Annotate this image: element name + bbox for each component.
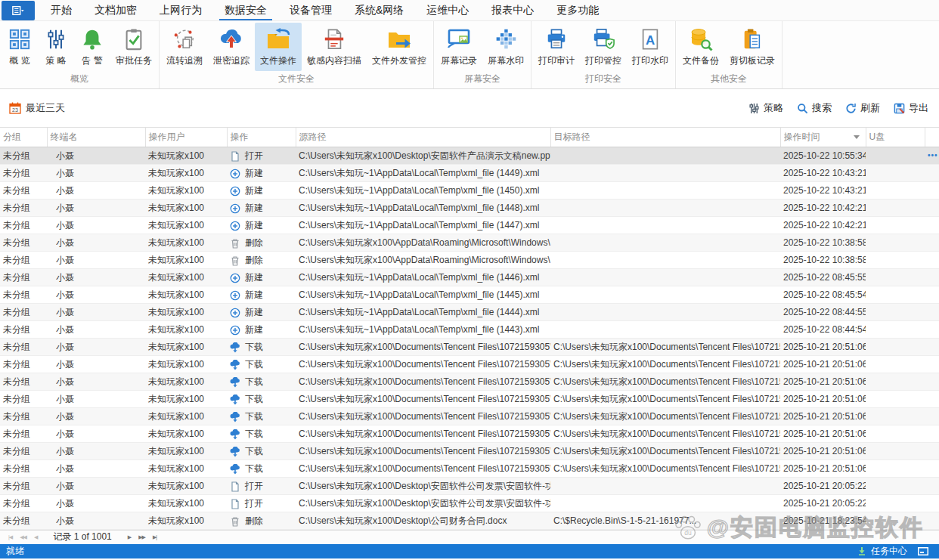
pager-last-button[interactable]: ▶| bbox=[149, 534, 160, 540]
ribbon-button-policy[interactable]: 策 略 bbox=[38, 23, 74, 71]
cell-source-path: C:\Users\未知玩~1\AppData\Local\Temp\xml_fi… bbox=[296, 181, 550, 199]
search-button[interactable]: 搜索 bbox=[797, 101, 832, 115]
pager-prev-button[interactable]: ◀ bbox=[30, 534, 41, 540]
new-file-icon bbox=[230, 185, 240, 196]
cell-user: 未知玩家x100 bbox=[145, 251, 227, 268]
cell-group: 未分组 bbox=[0, 373, 47, 390]
cell-source-path: C:\Users\未知玩家x100\Desktop\公司财务合同.docx bbox=[296, 512, 550, 529]
screen-record-icon bbox=[446, 26, 472, 52]
table-row[interactable]: 未分组 小聂 未知玩家x100 下载 C:\Users\未知玩家x100\Doc… bbox=[0, 459, 939, 477]
column-header-time[interactable]: 操作时间 bbox=[780, 128, 866, 147]
cell-target-path bbox=[550, 199, 780, 216]
menu-tab-web-behavior[interactable]: 上网行为 bbox=[148, 0, 213, 20]
cell-filler: ••• bbox=[925, 181, 939, 199]
ribbon-button-print-control[interactable]: 打印管控 bbox=[580, 23, 627, 71]
menu-tab-ops-center[interactable]: 运维中心 bbox=[415, 0, 480, 20]
table-row[interactable]: 未分组 小聂 未知玩家x100 新建 C:\Users\未知玩~1\AppDat… bbox=[0, 199, 939, 216]
cell-filler: ••• bbox=[925, 268, 939, 286]
screen-watermark-icon bbox=[493, 26, 519, 52]
ribbon-button-file-outgoing-control[interactable]: 文件外发管控 bbox=[367, 23, 432, 71]
table-row[interactable]: 未分组 小聂 未知玩家x100 新建 C:\Users\未知玩~1\AppDat… bbox=[0, 164, 939, 181]
ribbon-button-clipboard-record[interactable]: 剪切板记录 bbox=[724, 23, 780, 71]
cell-filler: ••• bbox=[925, 147, 939, 164]
cell-filler: ••• bbox=[925, 338, 939, 355]
cell-group: 未分组 bbox=[0, 268, 47, 286]
print-watermark-icon: A bbox=[637, 26, 663, 52]
column-header-usb[interactable]: U盘 bbox=[866, 128, 925, 147]
menu-tab-more-functions[interactable]: 更多功能 bbox=[545, 0, 610, 20]
table-row[interactable]: 未分组 小聂 未知玩家x100 打开 C:\Users\未知玩家x100\Des… bbox=[0, 147, 939, 164]
row-actions-menu[interactable]: ••• bbox=[928, 147, 936, 164]
ribbon-button-flow-trace[interactable]: 流转追溯 bbox=[161, 23, 208, 71]
date-range-filter[interactable]: 23 最近三天 bbox=[9, 101, 65, 115]
column-header-source-path[interactable]: 源路径 bbox=[296, 128, 550, 147]
ribbon-button-overview[interactable]: 概 览 bbox=[2, 23, 38, 71]
ribbon-button-sensitive-scan[interactable]: 敏感内容扫描 bbox=[302, 23, 367, 71]
policy-button[interactable]: 策略 bbox=[748, 101, 783, 115]
column-header-terminal[interactable]: 终端名 bbox=[47, 128, 145, 147]
table-row[interactable]: 未分组 小聂 未知玩家x100 新建 C:\Users\未知玩~1\AppDat… bbox=[0, 181, 939, 199]
refresh-button[interactable]: 刷新 bbox=[845, 101, 880, 115]
table-row[interactable]: 未分组 小聂 未知玩家x100 下载 C:\Users\未知玩家x100\Doc… bbox=[0, 390, 939, 407]
ribbon-button-print-watermark[interactable]: A 打印水印 bbox=[627, 23, 674, 71]
menu-tab-start[interactable]: 开始 bbox=[39, 0, 83, 20]
table-row[interactable]: 未分组 小聂 未知玩家x100 打开 C:\Users\未知玩家x100\Des… bbox=[0, 494, 939, 512]
cell-target-path bbox=[550, 320, 780, 338]
table-row[interactable]: 未分组 小聂 未知玩家x100 新建 C:\Users\未知玩~1\AppDat… bbox=[0, 303, 939, 320]
ribbon-button-screen-record[interactable]: 屏幕记录 bbox=[435, 23, 482, 71]
cell-target-path bbox=[550, 181, 780, 199]
table-row[interactable]: 未分组 小聂 未知玩家x100 删除 C:\Users\未知玩家x100\App… bbox=[0, 251, 939, 268]
table-row[interactable]: 未分组 小聂 未知玩家x100 下载 C:\Users\未知玩家x100\Doc… bbox=[0, 442, 939, 459]
ribbon-button-file-backup[interactable]: 文件备份 bbox=[677, 23, 724, 71]
table-row[interactable]: 未分组 小聂 未知玩家x100 新建 C:\Users\未知玩~1\AppDat… bbox=[0, 320, 939, 338]
cell-time: 2025-10-22 10:42:21 bbox=[780, 199, 866, 216]
menu-tab-device-management[interactable]: 设备管理 bbox=[278, 0, 343, 20]
task-center-button[interactable]: 任务中心 bbox=[857, 545, 928, 558]
pager-first-button[interactable]: |◀ bbox=[5, 534, 16, 540]
pager-prev-page-button[interactable]: ◀◀ bbox=[16, 534, 30, 540]
table-row[interactable]: 未分组 小聂 未知玩家x100 新建 C:\Users\未知玩~1\AppDat… bbox=[0, 216, 939, 234]
table-row[interactable]: 未分组 小聂 未知玩家x100 删除 C:\Users\未知玩家x100\App… bbox=[0, 234, 939, 251]
cell-time: 2025-10-21 20:51:06 bbox=[780, 442, 866, 459]
table-row[interactable]: 未分组 小聂 未知玩家x100 新建 C:\Users\未知玩~1\AppDat… bbox=[0, 286, 939, 303]
cell-source-path: C:\Users\未知玩家x100\Documents\Tencent File… bbox=[296, 425, 550, 442]
ribbon-button-print-audit[interactable]: 打印审计 bbox=[533, 23, 580, 71]
menu-tab-data-security[interactable]: 数据安全 bbox=[213, 0, 278, 20]
app-window: 开始 文档加密 上网行为 数据安全 设备管理 系统&网络 运维中心 报表中心 更… bbox=[0, 0, 939, 560]
ribbon-button-approval-tasks[interactable]: 审批任务 bbox=[110, 23, 157, 71]
cell-operation: 删除 bbox=[227, 512, 296, 529]
ribbon-button-alert[interactable]: 告 警 bbox=[74, 23, 110, 71]
file-outgoing-icon bbox=[386, 26, 412, 52]
table-row[interactable]: 未分组 小聂 未知玩家x100 下载 C:\Users\未知玩家x100\Doc… bbox=[0, 355, 939, 373]
app-menu-button[interactable] bbox=[2, 1, 35, 20]
ribbon-button-screen-watermark[interactable]: 屏幕水印 bbox=[482, 23, 529, 71]
table-row[interactable]: 未分组 小聂 未知玩家x100 下载 C:\Users\未知玩家x100\Doc… bbox=[0, 373, 939, 390]
cell-time: 2025-10-22 10:43:21 bbox=[780, 164, 866, 181]
column-header-operation[interactable]: 操作 bbox=[227, 128, 296, 147]
ribbon-group-overview: 概 览 策 略 告 警 审批任务 概览 bbox=[0, 21, 160, 88]
column-header-group[interactable]: 分组 bbox=[0, 128, 47, 147]
menu-tab-system-network[interactable]: 系统&网络 bbox=[343, 0, 415, 20]
task-window-icon[interactable] bbox=[918, 547, 928, 555]
table-row[interactable]: 未分组 小聂 未知玩家x100 下载 C:\Users\未知玩家x100\Doc… bbox=[0, 425, 939, 442]
pager-next-button[interactable]: ▶ bbox=[124, 534, 135, 540]
table-row[interactable]: 未分组 小聂 未知玩家x100 删除 C:\Users\未知玩家x100\Des… bbox=[0, 512, 939, 529]
cell-filler: ••• bbox=[925, 459, 939, 477]
menu-tab-doc-encryption[interactable]: 文档加密 bbox=[83, 0, 148, 20]
cell-user: 未知玩家x100 bbox=[145, 199, 227, 216]
table-row[interactable]: 未分组 小聂 未知玩家x100 下载 C:\Users\未知玩家x100\Doc… bbox=[0, 407, 939, 425]
column-header-user[interactable]: 操作用户 bbox=[145, 128, 227, 147]
ribbon-button-leak-track[interactable]: 泄密追踪 bbox=[208, 23, 255, 71]
table-row[interactable]: 未分组 小聂 未知玩家x100 打开 C:\Users\未知玩家x100\Des… bbox=[0, 477, 939, 494]
table-row[interactable]: 未分组 小聂 未知玩家x100 下载 C:\Users\未知玩家x100\Doc… bbox=[0, 338, 939, 355]
ribbon-button-file-operations[interactable]: 文件操作 bbox=[255, 23, 302, 71]
column-filter-arrow[interactable] bbox=[854, 135, 860, 142]
menu-tab-report-center[interactable]: 报表中心 bbox=[480, 0, 545, 20]
cell-operation: 打开 bbox=[227, 147, 296, 164]
table-row[interactable]: 未分组 小聂 未知玩家x100 新建 C:\Users\未知玩~1\AppDat… bbox=[0, 268, 939, 286]
export-button[interactable]: 导出 bbox=[894, 101, 928, 115]
cell-group: 未分组 bbox=[0, 251, 47, 268]
new-file-icon bbox=[230, 220, 240, 230]
column-header-target-path[interactable]: 目标路径 bbox=[550, 128, 780, 147]
pager-next-page-button[interactable]: ▶▶ bbox=[135, 534, 149, 540]
